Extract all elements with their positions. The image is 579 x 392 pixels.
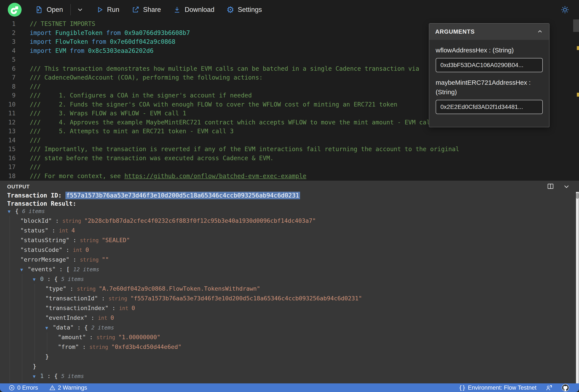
ruler-warning-mark[interactable]: [577, 93, 579, 97]
line-number: 5: [0, 55, 15, 64]
code-token: /// This transaction demonstrates how mu…: [30, 65, 419, 72]
errors-status[interactable]: 0 Errors: [9, 385, 38, 391]
code-token: /// CadenceOwnedAccount (COA), performin…: [30, 74, 263, 81]
tree-expand-arrow[interactable]: ▼: [20, 265, 28, 275]
warnings-status[interactable]: 2 Warnings: [49, 385, 87, 391]
json-tree-row: }: [0, 352, 570, 361]
line-number: 17: [0, 163, 15, 172]
line-number: 6: [0, 64, 15, 73]
github-icon[interactable]: [562, 384, 569, 391]
share-button-label: Share: [143, 6, 161, 14]
sun-icon: [560, 5, 570, 14]
line-number: 1: [0, 19, 15, 28]
line-number: 16: [0, 154, 15, 163]
line-number: 15: [0, 145, 15, 154]
code-token: import: [30, 47, 55, 54]
json-tree-row: "statusString" : string "SEALED": [0, 235, 570, 245]
split-view-icon[interactable]: [547, 182, 554, 190]
code-token: /// 2. Funds the signer's COA with enoug…: [30, 101, 397, 108]
open-dropdown-button[interactable]: [76, 6, 84, 13]
code-token: /// 1. Configures a COA in the signer's …: [30, 92, 252, 99]
line-number: 2: [0, 28, 15, 38]
code-token: EVM: [55, 47, 70, 54]
environment-status[interactable]: {} Environment: Flow Testnet: [459, 385, 536, 391]
chevron-up-icon[interactable]: [537, 28, 543, 35]
tree-expand-arrow[interactable]: ▼: [33, 275, 40, 284]
ruler-warning-mark[interactable]: [577, 46, 579, 50]
output-panel-title: OUTPUT: [7, 184, 30, 190]
output-scrollbar-thumb[interactable]: [576, 193, 579, 199]
json-tree-row: ▼1 : { 5 items: [0, 371, 570, 381]
json-tree-row: ▼"data" : { 2 items: [0, 323, 570, 332]
json-tree-row: ▼"events" : [ 12 items: [0, 264, 570, 274]
environment-label: Environment: Flow Testnet: [468, 385, 536, 391]
code-token: /// 3. Wraps FLOW as WFLOW - EVM call 1: [30, 110, 186, 117]
json-tree-row: "transactionId" : string "f557a1573b76aa…: [0, 293, 570, 303]
code-line: 16/// state before the transaction was e…: [0, 154, 579, 163]
code-line: 18/// For more context, see https://gith…: [0, 172, 579, 181]
code-token: FlowToken: [55, 38, 92, 45]
share-icon: [132, 6, 140, 14]
tree-expand-arrow[interactable]: ▼: [8, 207, 15, 217]
toolbar: Open Run Share Download: [0, 0, 579, 19]
gear-icon: ⚙: [226, 5, 234, 14]
warnings-count-label: 2 Warnings: [58, 385, 87, 391]
argument-label: wflowAddressHex : (String): [436, 46, 543, 55]
argument-input[interactable]: 0x2E2Ed0Cfd3AD2f1d34481...: [436, 100, 543, 114]
code-token: /// 4. Approves the example MaybeMintERC…: [30, 119, 441, 126]
open-file-icon: [35, 6, 43, 14]
code-token: /// For more context, see: [30, 172, 124, 180]
code-line: 14///: [0, 136, 579, 145]
open-button[interactable]: Open: [35, 6, 63, 14]
code-line: 17///: [0, 163, 579, 172]
play-icon: [96, 6, 104, 14]
line-number: 12: [0, 118, 15, 127]
code-token: ///: [30, 137, 41, 144]
json-result-tree: ▼{ 6 items"blockId" : string "2b28cbfb87…: [0, 206, 570, 383]
code-token: /// state before the transaction was exe…: [30, 155, 274, 162]
collapse-output-chevron-icon[interactable]: [563, 182, 570, 190]
code-token: ///: [30, 83, 41, 90]
theme-toggle-button[interactable]: [560, 5, 570, 14]
run-button[interactable]: Run: [96, 6, 119, 14]
download-button[interactable]: Download: [173, 6, 214, 14]
code-line: 13/// 5. Attempts to mint an ERC721 toke…: [0, 127, 579, 136]
line-number: 18: [0, 172, 15, 181]
tree-expand-arrow[interactable]: ▼: [33, 372, 40, 382]
tree-expand-arrow[interactable]: ▼: [45, 323, 53, 333]
json-tree-row: ▼{ 6 items: [0, 206, 570, 216]
flow-logo-icon: [8, 3, 22, 17]
chevron-down-icon: [76, 6, 84, 13]
code-token: 0x8c5303eaa26202d6: [88, 47, 153, 54]
toolbar-divider: [70, 4, 71, 15]
code-token: import: [30, 38, 55, 45]
transaction-id-label: Transaction ID:: [7, 192, 66, 199]
line-number: 11: [0, 109, 15, 118]
line-number: 13: [0, 127, 15, 136]
line-number: 10: [0, 100, 15, 109]
json-tree-row: }: [0, 361, 570, 371]
argument-input[interactable]: 0xd3bF53DAC106A0290B04...: [436, 58, 543, 72]
argument-label: maybeMintERC721AddressHex : (String): [436, 78, 543, 97]
output-scrollbar-track[interactable]: [576, 192, 579, 383]
line-number: 14: [0, 136, 15, 145]
app-window: Open Run Share Download: [0, 0, 579, 392]
editor-scrollbar-thumb[interactable]: [573, 19, 579, 32]
transaction-id-value: f557a1573b76aa53e73d46f3e10d200d5c18a653…: [66, 192, 300, 199]
code-token: from: [106, 29, 124, 36]
arguments-panel-header[interactable]: ARGUMENTS: [429, 23, 549, 40]
settings-button[interactable]: ⚙ Settings: [226, 5, 262, 14]
code-token: /// Importantly, the transaction is reve…: [30, 146, 459, 153]
status-bar: 0 Errors 2 Warnings {} Environment: Flow…: [0, 383, 579, 392]
feedback-icon[interactable]: [546, 384, 553, 391]
code-link[interactable]: https://github.com/onflow/batched-evm-ex…: [124, 172, 306, 180]
line-number: 8: [0, 82, 15, 91]
line-number: 7: [0, 73, 15, 82]
line-number: 4: [0, 46, 15, 56]
share-button[interactable]: Share: [132, 6, 161, 14]
arguments-panel: ARGUMENTS wflowAddressHex : (String)0xd3…: [429, 23, 549, 127]
transaction-id-row: Transaction ID: f557a1573b76aa53e73d46f3…: [7, 191, 300, 200]
warning-icon: [49, 385, 56, 391]
open-button-label: Open: [47, 6, 63, 14]
line-number: 9: [0, 91, 15, 100]
